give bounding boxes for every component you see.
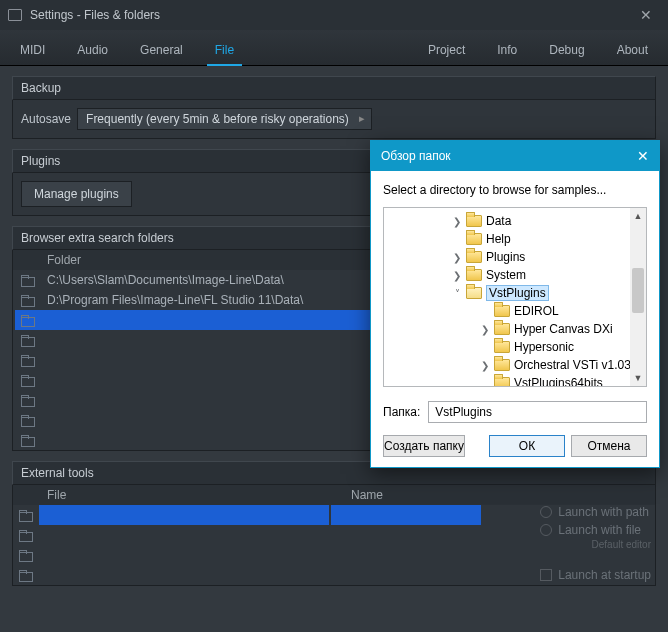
tree-node[interactable]: EDIROL bbox=[384, 302, 646, 320]
folder-icon bbox=[466, 287, 482, 299]
col-name: Name bbox=[351, 488, 515, 502]
settings-tabs: MIDIAudioGeneralFileProjectInfoDebugAbou… bbox=[0, 30, 668, 66]
tab-file[interactable]: File bbox=[199, 35, 250, 65]
tab-about[interactable]: About bbox=[601, 35, 664, 65]
launch-at-startup-checkbox[interactable]: Launch at startup bbox=[540, 568, 651, 582]
window-titlebar: Settings - Files & folders ✕ bbox=[0, 0, 668, 30]
tab-info[interactable]: Info bbox=[481, 35, 533, 65]
expand-icon[interactable]: ❯ bbox=[480, 324, 490, 335]
expand-icon[interactable]: ❯ bbox=[452, 216, 462, 227]
autosave-select[interactable]: Frequently (every 5min & before risky op… bbox=[77, 108, 372, 130]
launch-with-file-radio[interactable]: Launch with file bbox=[540, 523, 651, 537]
tree-label: Hypersonic bbox=[514, 340, 574, 354]
tree-label: Orchestral VSTi v1.03 bbox=[514, 358, 631, 372]
tree-label: VstPlugins bbox=[486, 286, 549, 300]
scroll-down-icon[interactable]: ▼ bbox=[630, 370, 646, 386]
ok-button[interactable]: ОК bbox=[489, 435, 565, 457]
tree-node[interactable]: ❯System bbox=[384, 266, 646, 284]
close-icon[interactable]: ✕ bbox=[632, 3, 660, 27]
folder-icon bbox=[494, 305, 510, 317]
cancel-button[interactable]: Отмена bbox=[571, 435, 647, 457]
tree-label: Plugins bbox=[486, 250, 525, 264]
scroll-thumb[interactable] bbox=[632, 268, 644, 313]
expand-icon[interactable]: ❯ bbox=[452, 252, 462, 263]
tree-node[interactable]: Help bbox=[384, 230, 646, 248]
folder-icon bbox=[19, 510, 33, 520]
tree-label: Hyper Canvas DXi bbox=[514, 322, 613, 336]
scroll-up-icon[interactable]: ▲ bbox=[630, 208, 646, 224]
folder-icon bbox=[21, 435, 35, 445]
folder-icon bbox=[8, 9, 22, 21]
window-title: Settings - Files & folders bbox=[30, 8, 160, 22]
folder-icon bbox=[21, 315, 35, 325]
tree-node[interactable]: ˅VstPlugins bbox=[384, 284, 646, 302]
create-folder-button[interactable]: Создать папку bbox=[383, 435, 465, 457]
tab-project[interactable]: Project bbox=[412, 35, 481, 65]
manage-plugins-button[interactable]: Manage plugins bbox=[21, 181, 132, 207]
dialog-title: Обзор папок bbox=[381, 149, 451, 163]
list-item[interactable] bbox=[13, 525, 536, 545]
folder-icon bbox=[21, 335, 35, 345]
tree-node[interactable]: ❯Orchestral VSTi v1.03 bbox=[384, 356, 646, 374]
tree-label: Help bbox=[486, 232, 511, 246]
folder-icon bbox=[466, 215, 482, 227]
folder-icon bbox=[21, 395, 35, 405]
tree-node[interactable]: ❯Hyper Canvas DXi bbox=[384, 320, 646, 338]
expand-icon[interactable]: ❯ bbox=[452, 270, 462, 281]
folder-icon bbox=[21, 275, 35, 285]
col-icon bbox=[21, 253, 47, 267]
folder-tree[interactable]: ❯DataHelp❯Plugins❯System˅VstPluginsEDIRO… bbox=[383, 207, 647, 387]
dialog-titlebar: Обзор папок ✕ bbox=[371, 141, 659, 171]
folder-icon bbox=[494, 359, 510, 371]
folder-icon bbox=[494, 377, 510, 387]
tree-node[interactable]: ❯Data bbox=[384, 212, 646, 230]
folder-icon bbox=[21, 375, 35, 385]
folder-icon bbox=[494, 341, 510, 353]
tree-label: System bbox=[486, 268, 526, 282]
tree-node[interactable]: Hypersonic bbox=[384, 338, 646, 356]
external-list bbox=[13, 505, 536, 585]
backup-header: Backup bbox=[12, 76, 656, 100]
tree-node[interactable]: VstPlugins64bits bbox=[384, 374, 646, 387]
tree-node[interactable]: ❯Plugins bbox=[384, 248, 646, 266]
tab-debug[interactable]: Debug bbox=[533, 35, 600, 65]
list-item[interactable] bbox=[13, 565, 536, 585]
folder-icon bbox=[21, 355, 35, 365]
folder-icon bbox=[19, 530, 33, 540]
dialog-message: Select a directory to browse for samples… bbox=[383, 183, 647, 197]
launch-with-path-radio[interactable]: Launch with path bbox=[540, 505, 651, 519]
folder-input[interactable] bbox=[428, 401, 647, 423]
folder-icon bbox=[19, 570, 33, 580]
tree-label: EDIROL bbox=[514, 304, 559, 318]
expand-icon[interactable]: ❯ bbox=[480, 360, 490, 371]
folder-icon bbox=[466, 251, 482, 263]
tree-label: Data bbox=[486, 214, 511, 228]
dialog-close-icon[interactable]: ✕ bbox=[637, 148, 649, 164]
external-options: Launch with path Launch with file Defaul… bbox=[536, 505, 655, 585]
col-file: File bbox=[47, 488, 351, 502]
folder-icon bbox=[19, 550, 33, 560]
folder-icon bbox=[494, 323, 510, 335]
folder-icon bbox=[21, 415, 35, 425]
browse-folders-dialog: Обзор папок ✕ Select a directory to brow… bbox=[370, 140, 660, 468]
scrollbar[interactable]: ▲ ▼ bbox=[630, 208, 646, 386]
autosave-label: Autosave bbox=[21, 112, 71, 126]
tree-label: VstPlugins64bits bbox=[514, 376, 603, 387]
folder-icon bbox=[466, 269, 482, 281]
folder-icon bbox=[21, 295, 35, 305]
tab-audio[interactable]: Audio bbox=[61, 35, 124, 65]
tab-midi[interactable]: MIDI bbox=[4, 35, 61, 65]
expand-icon[interactable]: ˅ bbox=[452, 288, 462, 299]
tab-general[interactable]: General bbox=[124, 35, 199, 65]
list-item[interactable] bbox=[13, 545, 536, 565]
folder-icon bbox=[466, 233, 482, 245]
list-item[interactable] bbox=[13, 505, 536, 525]
default-editor-label: Default editor bbox=[540, 539, 651, 550]
folder-label: Папка: bbox=[383, 405, 420, 419]
